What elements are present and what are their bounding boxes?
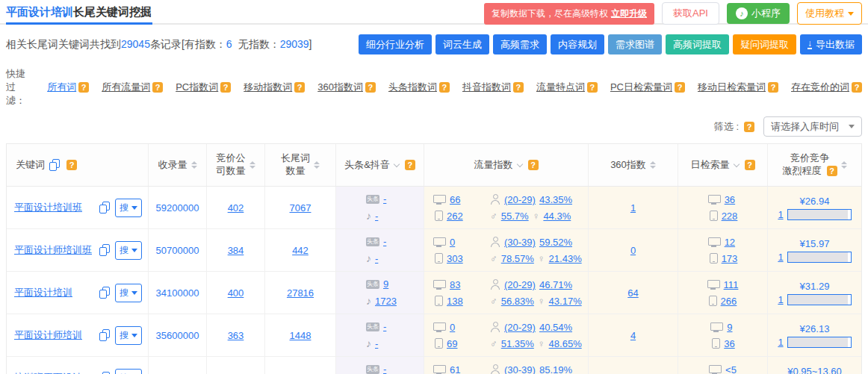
daily-pc-link[interactable]: <5 <box>725 364 737 374</box>
daily-mobile-link[interactable]: 173 <box>722 253 738 264</box>
keyword-link[interactable]: 平面设计培训 <box>14 286 94 299</box>
search-button[interactable]: 搜 <box>115 369 142 374</box>
sort-icon[interactable] <box>841 161 847 169</box>
daily-pc-link[interactable]: 9 <box>727 322 732 333</box>
help-icon[interactable]: ? <box>78 82 89 93</box>
action-button[interactable]: 内容规划 <box>551 34 604 54</box>
copy-icon[interactable] <box>99 287 110 299</box>
toutiao-value[interactable]: 9 <box>383 278 388 290</box>
index360-link[interactable]: 1 <box>630 202 636 214</box>
toutiao-value[interactable]: - <box>383 321 386 332</box>
flow-pc-value[interactable]: 66 <box>450 194 460 205</box>
copy-icon[interactable] <box>99 244 110 256</box>
longtail-link[interactable]: 7067 <box>290 202 311 214</box>
action-button[interactable]: 高频词提取 <box>666 34 729 54</box>
toutiao-value[interactable]: - <box>383 364 386 374</box>
flow-pc-value[interactable]: 0 <box>450 237 455 248</box>
bidders-link[interactable]: 363 <box>228 330 244 341</box>
sort-icon[interactable] <box>191 161 197 169</box>
female-percent-link[interactable]: 44.3% <box>543 211 571 222</box>
keyword-link[interactable]: 平面设计师培训班 <box>14 243 94 257</box>
filter-item[interactable]: 360指数词 ? <box>317 81 376 94</box>
search-button[interactable]: 搜 <box>115 326 142 345</box>
filter-link[interactable]: 移动日检索量词 <box>698 81 766 94</box>
miniprogram-button[interactable]: ♪ 小程序 <box>727 3 790 24</box>
filter-item[interactable]: 流量特点词 ? <box>536 81 598 94</box>
help-icon[interactable]: ? <box>152 82 163 93</box>
chevron-down-icon[interactable] <box>516 161 522 167</box>
filter-link[interactable]: 存在竞价的词 <box>791 81 849 94</box>
filter-item[interactable]: 所有流量词 ? <box>102 81 163 94</box>
help-icon[interactable]: ? <box>744 122 754 132</box>
competition-rank-link[interactable]: 1 <box>778 294 783 305</box>
flow-mobile-value[interactable]: 138 <box>447 296 463 307</box>
help-icon[interactable]: ? <box>66 160 77 170</box>
daily-mobile-link[interactable]: 266 <box>721 296 737 307</box>
filter-item[interactable]: 所有词 ? <box>47 81 89 94</box>
toutiao-value[interactable]: - <box>383 193 386 205</box>
copy-icon[interactable] <box>99 329 110 341</box>
help-icon[interactable]: ? <box>439 82 450 93</box>
help-icon[interactable]: ? <box>587 82 598 93</box>
age-percent-link[interactable]: 85.19% <box>539 364 572 374</box>
daily-pc-link[interactable]: 111 <box>724 279 739 290</box>
chevron-down-icon[interactable] <box>394 161 400 167</box>
female-percent-link[interactable]: 43.17% <box>549 296 582 307</box>
filter-item[interactable]: 移动指数词 ? <box>244 81 305 94</box>
search-button[interactable]: 搜 <box>115 241 142 260</box>
chevron-down-icon[interactable] <box>733 161 739 167</box>
flow-mobile-value[interactable]: 69 <box>447 338 457 349</box>
action-button[interactable]: 高频需求 <box>493 34 547 54</box>
sort-icon[interactable] <box>314 161 320 169</box>
bidders-link[interactable]: 400 <box>228 287 244 299</box>
action-button[interactable]: 细分行业分析 <box>359 34 432 54</box>
daily-mobile-link[interactable]: 228 <box>722 211 738 222</box>
douyin-value[interactable]: - <box>375 253 378 264</box>
filter-item[interactable]: PC日检索量词 ? <box>610 81 685 94</box>
flow-pc-value[interactable]: 61 <box>450 364 460 374</box>
toutiao-value[interactable]: - <box>383 236 386 247</box>
upgrade-banner[interactable]: 复制数据下载，尽在高级特权立即升级 <box>484 3 654 25</box>
help-icon[interactable]: ? <box>852 82 862 93</box>
age-bracket-link[interactable]: (30-39) <box>504 364 536 374</box>
male-percent-link[interactable]: 55.7% <box>501 211 529 222</box>
filter-link[interactable]: 流量特点词 <box>536 81 585 94</box>
daily-pc-link[interactable]: 12 <box>725 237 735 248</box>
daily-pc-link[interactable]: 36 <box>725 194 735 205</box>
competition-rank-link[interactable]: 1 <box>778 337 783 348</box>
filter-item[interactable]: 移动日检索量词 ? <box>698 81 778 94</box>
keyword-link[interactable]: 平面设计培训班 <box>14 201 94 214</box>
action-button[interactable]: 需求图谱 <box>608 34 662 54</box>
age-bracket-link[interactable]: (20-29) <box>504 322 536 333</box>
keyword-link[interactable]: 培训班平面设计 <box>14 371 94 374</box>
male-percent-link[interactable]: 56.83% <box>501 296 534 307</box>
filter-item[interactable]: PC指数词 ? <box>176 81 231 94</box>
age-percent-link[interactable]: 46.71% <box>539 279 572 290</box>
bidders-link[interactable]: 402 <box>228 202 244 214</box>
help-icon[interactable]: ? <box>513 82 524 93</box>
help-icon[interactable]: ? <box>528 160 539 170</box>
copy-icon[interactable] <box>49 159 60 171</box>
bidders-link[interactable]: 384 <box>228 245 244 256</box>
longtail-link[interactable]: 27816 <box>287 287 314 299</box>
douyin-value[interactable]: - <box>375 211 378 222</box>
keyword-link[interactable]: 平面设计师培训 <box>14 328 94 342</box>
action-button[interactable]: 疑问词提取 <box>733 34 796 54</box>
help-icon[interactable]: ? <box>768 82 778 93</box>
douyin-value[interactable]: - <box>375 338 378 349</box>
filter-link[interactable]: 抖音指数词 <box>462 81 511 94</box>
flow-pc-value[interactable]: 0 <box>450 322 455 333</box>
filter-link[interactable]: PC日检索量词 <box>610 81 672 94</box>
female-percent-link[interactable]: 21.43% <box>549 253 582 264</box>
douyin-value[interactable]: 1723 <box>375 296 397 307</box>
flow-pc-value[interactable]: 83 <box>450 279 460 290</box>
daily-mobile-link[interactable]: 36 <box>724 338 734 349</box>
age-percent-link[interactable]: 43.35% <box>539 194 572 205</box>
index360-link[interactable]: 64 <box>627 287 638 299</box>
age-bracket-link[interactable]: (20-29) <box>504 279 536 290</box>
filter-link[interactable]: 360指数词 <box>317 81 363 94</box>
search-button[interactable]: 搜 <box>115 199 142 217</box>
help-icon[interactable]: ? <box>294 82 305 93</box>
age-bracket-link[interactable]: (30-39) <box>504 237 536 248</box>
filter-link[interactable]: 所有流量词 <box>102 81 150 94</box>
